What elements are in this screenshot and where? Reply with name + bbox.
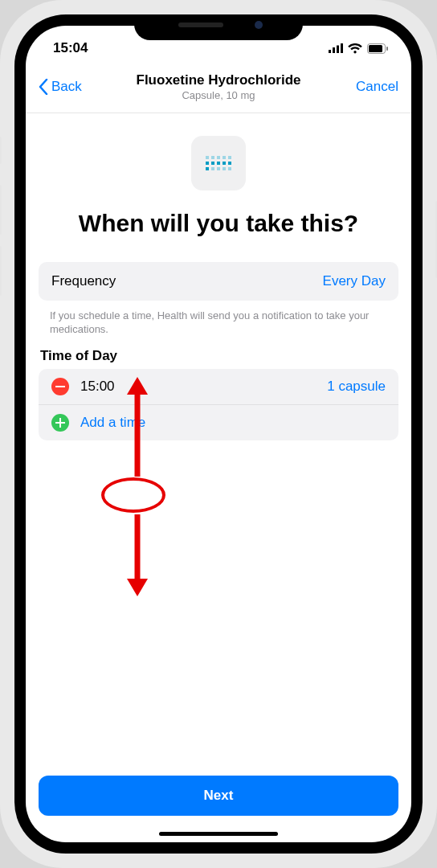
time-of-day-label: Time of Day [39, 348, 398, 364]
add-time-button[interactable] [51, 414, 69, 432]
time-quantity[interactable]: 1 capsule [327, 379, 386, 395]
cancel-button[interactable]: Cancel [341, 79, 398, 95]
frequency-row[interactable]: Frequency Every Day [39, 262, 398, 301]
back-label: Back [51, 79, 82, 95]
chevron-left-icon [39, 79, 48, 95]
frequency-value: Every Day [323, 273, 386, 289]
hero-title: When will you take this? [63, 210, 374, 238]
add-time-label: Add a time [80, 415, 145, 431]
home-indicator[interactable] [159, 832, 278, 836]
frequency-label: Frequency [51, 273, 116, 289]
minus-icon [55, 386, 65, 387]
time-row: 15:00 1 capsule [39, 369, 398, 405]
remove-time-button[interactable] [51, 378, 69, 395]
page-title: Fluoxetine Hydrochloride [96, 72, 341, 88]
time-value[interactable]: 15:00 [80, 379, 115, 395]
notch [134, 14, 303, 40]
calendar-icon [191, 136, 246, 190]
svg-rect-6 [386, 47, 388, 51]
volume-up [0, 185, 2, 235]
svg-rect-7 [55, 386, 65, 387]
svg-rect-1 [333, 47, 335, 53]
cellular-icon [329, 43, 343, 53]
status-time: 15:04 [53, 40, 88, 56]
svg-rect-2 [337, 46, 339, 54]
add-time-row[interactable]: Add a time [39, 405, 398, 440]
svg-rect-9 [55, 422, 65, 424]
hint-text: If you schedule a time, Health will send… [39, 301, 398, 337]
nav-bar: Back Fluoxetine Hydrochloride Capsule, 1… [26, 64, 411, 113]
back-button[interactable]: Back [39, 79, 96, 95]
battery-icon [367, 43, 389, 54]
plus-icon [55, 418, 65, 428]
hero: When will you take this? [39, 113, 398, 243]
wifi-icon [348, 43, 362, 54]
svg-rect-5 [369, 45, 382, 52]
mute-switch [0, 137, 2, 164]
screen: 15:04 Back Fluoxetine Hydrochloride Caps… [26, 26, 411, 842]
phone-frame: 15:04 Back Fluoxetine Hydrochloride Caps… [0, 0, 437, 868]
status-icons [329, 43, 389, 54]
time-list: 15:00 1 capsule Add a time [39, 369, 398, 440]
svg-rect-3 [341, 43, 343, 53]
svg-rect-0 [329, 50, 331, 53]
nav-title-block: Fluoxetine Hydrochloride Capsule, 10 mg [96, 72, 341, 101]
next-button[interactable]: Next [39, 776, 398, 816]
volume-down [0, 246, 2, 296]
bezel: 15:04 Back Fluoxetine Hydrochloride Caps… [14, 14, 423, 854]
content: When will you take this? Frequency Every… [26, 113, 411, 842]
page-subtitle: Capsule, 10 mg [96, 89, 341, 101]
